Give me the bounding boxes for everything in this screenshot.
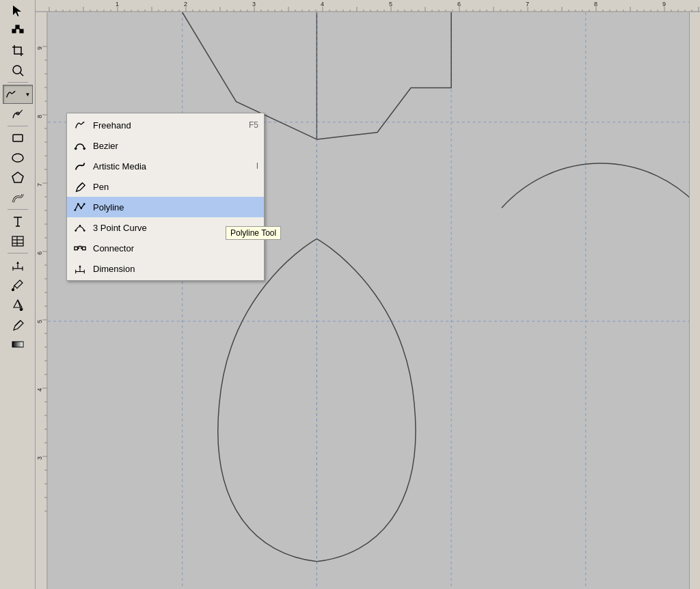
artistic-media-icon — [72, 159, 88, 174]
svg-point-38 — [77, 203, 79, 205]
menu-dimension-label: Dimension — [93, 264, 258, 274]
svg-marker-50 — [79, 266, 81, 268]
3point-curve-icon — [72, 220, 88, 235]
tooltip-polyline: Polyline Tool — [226, 226, 281, 240]
app-container: ▼ — [0, 0, 700, 589]
toolbar-sep-4 — [8, 253, 28, 254]
dropper-btn[interactable] — [8, 275, 27, 294]
smart-draw-btn[interactable] — [8, 105, 27, 124]
canvas-area: Freehand F5 Bezier — [36, 0, 700, 589]
dropdown-menu: Freehand F5 Bezier — [66, 113, 265, 281]
shape-edit-btn[interactable] — [8, 21, 27, 40]
canvas-svg — [48, 12, 700, 589]
zoom-btn[interactable] — [8, 61, 27, 80]
svg-point-42 — [83, 230, 85, 232]
drawing-area[interactable] — [48, 12, 700, 589]
artistic-media-btn[interactable] — [8, 188, 27, 207]
rect-btn[interactable] — [8, 128, 27, 148]
freehand-tool-btn[interactable]: ▼ — [3, 85, 33, 104]
toolbar-sep-2 — [8, 126, 28, 126]
tooltip-text: Polyline Tool — [230, 228, 276, 238]
menu-item-pen[interactable]: Pen — [67, 176, 264, 197]
svg-point-43 — [79, 225, 81, 227]
freehand-icon — [72, 118, 88, 133]
table-btn[interactable] — [8, 232, 27, 251]
svg-line-6 — [20, 73, 23, 77]
pen-menu-icon — [72, 179, 88, 194]
svg-point-9 — [12, 154, 23, 162]
menu-item-bezier[interactable]: Bezier — [67, 135, 264, 156]
svg-point-22 — [12, 289, 14, 291]
menu-freehand-shortcut: F5 — [249, 120, 258, 130]
svg-point-41 — [75, 230, 77, 232]
svg-rect-44 — [75, 247, 78, 250]
dimension-menu-icon — [72, 261, 88, 276]
text-btn[interactable] — [8, 212, 27, 231]
svg-rect-8 — [13, 135, 23, 141]
menu-item-connector[interactable]: Connector — [67, 238, 264, 258]
top-ruler — [36, 0, 700, 12]
menu-item-artistic[interactable]: Artistic Media I — [67, 156, 264, 176]
menu-bezier-label: Bezier — [93, 141, 253, 151]
polyline-icon — [72, 200, 88, 215]
svg-marker-10 — [12, 172, 23, 182]
menu-freehand-label: Freehand — [93, 120, 243, 131]
svg-point-35 — [83, 148, 86, 150]
polygon-btn[interactable] — [8, 168, 27, 187]
svg-marker-0 — [13, 5, 21, 16]
right-scrollbar[interactable] — [689, 12, 700, 589]
svg-rect-45 — [83, 247, 86, 250]
left-toolbar: ▼ — [0, 0, 36, 589]
svg-rect-12 — [12, 236, 23, 246]
menu-artistic-label: Artistic Media — [93, 161, 245, 172]
svg-rect-25 — [12, 342, 23, 347]
dimension-tool-btn[interactable] — [8, 256, 27, 275]
menu-connector-label: Connector — [93, 243, 258, 254]
pen-tool-btn[interactable] — [8, 315, 27, 334]
connector-icon — [72, 241, 88, 256]
menu-polyline-label: Polyline — [93, 202, 258, 213]
svg-point-5 — [13, 66, 21, 74]
left-ruler — [36, 12, 48, 589]
menu-item-freehand[interactable]: Freehand F5 — [67, 115, 264, 135]
svg-line-36 — [77, 183, 82, 188]
menu-item-polyline[interactable]: Polyline — [67, 197, 264, 217]
svg-line-24 — [15, 320, 21, 326]
ellipse-btn[interactable] — [8, 148, 27, 167]
menu-pen-label: Pen — [93, 182, 258, 192]
svg-marker-20 — [16, 262, 19, 264]
toolbar-sep-1 — [8, 82, 28, 83]
gradient-btn[interactable] — [8, 335, 27, 354]
selector-tool-btn[interactable] — [8, 1, 27, 20]
crop-btn[interactable] — [8, 41, 27, 60]
svg-point-34 — [75, 148, 77, 150]
menu-item-dimension[interactable]: Dimension — [67, 258, 264, 279]
svg-point-39 — [80, 207, 82, 209]
toolbar-sep-3 — [8, 209, 28, 210]
fill-btn[interactable] — [8, 295, 27, 314]
svg-point-40 — [83, 203, 85, 205]
bezier-icon — [72, 138, 88, 153]
menu-artistic-shortcut: I — [256, 161, 258, 171]
svg-point-37 — [74, 209, 76, 211]
